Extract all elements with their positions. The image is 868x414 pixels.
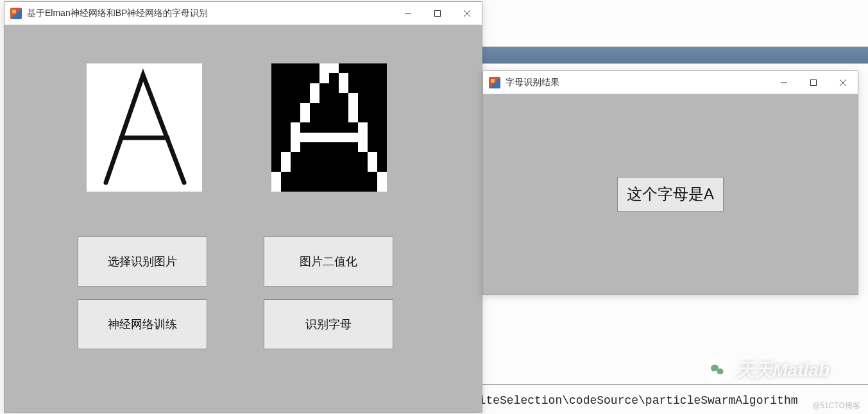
bg-divider-line <box>481 385 868 385</box>
channel-name: 天天Matlab <box>736 358 830 383</box>
minimize-button[interactable] <box>769 71 799 94</box>
svg-rect-17 <box>348 113 358 122</box>
svg-rect-7 <box>319 63 339 73</box>
svg-rect-24 <box>368 152 377 161</box>
minimize-button[interactable] <box>393 2 423 25</box>
train-nn-button[interactable]: 神经网络训练 <box>78 299 207 349</box>
svg-rect-25 <box>281 162 291 172</box>
svg-rect-26 <box>368 162 377 172</box>
select-image-label: 选择识别图片 <box>108 254 177 269</box>
svg-rect-28 <box>377 172 387 181</box>
svg-rect-22 <box>358 142 368 152</box>
svg-rect-13 <box>348 93 358 103</box>
binarize-label: 图片二值化 <box>300 254 357 269</box>
svg-rect-23 <box>281 152 291 161</box>
channel-watermark: 天天Matlab <box>704 358 830 383</box>
result-window-title: 字母识别结果 <box>506 77 559 88</box>
matlab-icon <box>489 77 500 88</box>
svg-rect-10 <box>310 83 319 93</box>
svg-rect-29 <box>271 182 281 192</box>
svg-rect-21 <box>291 142 300 152</box>
main-window-title: 基于Elman神经网络和BP神经网络的字母识别 <box>27 8 208 19</box>
original-image-panel <box>87 63 202 192</box>
result-message-box: 这个字母是A <box>617 177 724 211</box>
site-watermark: @51CTO博客 <box>812 401 860 411</box>
svg-rect-30 <box>377 182 387 192</box>
result-titlebar[interactable]: 字母识别结果 <box>483 71 858 94</box>
svg-rect-11 <box>339 83 348 93</box>
svg-rect-9 <box>339 73 348 83</box>
svg-rect-14 <box>300 103 310 113</box>
select-image-button[interactable]: 选择识别图片 <box>78 236 207 286</box>
svg-rect-27 <box>271 172 281 181</box>
result-window: 字母识别结果 这个字母是A <box>482 70 858 295</box>
binarize-button[interactable]: 图片二值化 <box>264 236 393 286</box>
binarized-image-panel <box>271 63 387 192</box>
result-message: 这个字母是A <box>627 185 714 203</box>
maximize-button[interactable] <box>799 71 828 94</box>
close-button[interactable] <box>452 2 482 25</box>
close-button[interactable] <box>828 71 858 94</box>
svg-rect-20 <box>291 133 368 142</box>
svg-rect-15 <box>348 103 358 113</box>
maximize-button[interactable] <box>423 2 452 25</box>
wechat-icon <box>704 358 730 383</box>
main-titlebar[interactable]: 基于Elman神经网络和BP神经网络的字母识别 <box>4 2 482 25</box>
main-window: 基于Elman神经网络和BP神经网络的字母识别 <box>4 1 482 413</box>
recognize-label: 识别字母 <box>305 317 352 332</box>
svg-rect-19 <box>358 122 368 132</box>
recognize-button[interactable]: 识别字母 <box>264 299 393 349</box>
bg-toolbar-strip <box>481 46 868 64</box>
svg-rect-1 <box>435 10 441 16</box>
svg-rect-12 <box>310 93 319 103</box>
svg-rect-8 <box>319 73 329 83</box>
svg-rect-16 <box>300 113 310 122</box>
svg-rect-18 <box>291 122 300 132</box>
train-nn-label: 神经网络训练 <box>108 317 177 332</box>
bg-path-text: _siteSelection\codeSource\particleSwarmA… <box>465 394 797 407</box>
matlab-icon <box>10 8 22 19</box>
svg-rect-32 <box>811 79 817 85</box>
main-client-area: 选择识别图片 图片二值化 神经网络训练 识别字母 <box>4 25 482 412</box>
result-client-area: 这个字母是A <box>483 94 858 294</box>
